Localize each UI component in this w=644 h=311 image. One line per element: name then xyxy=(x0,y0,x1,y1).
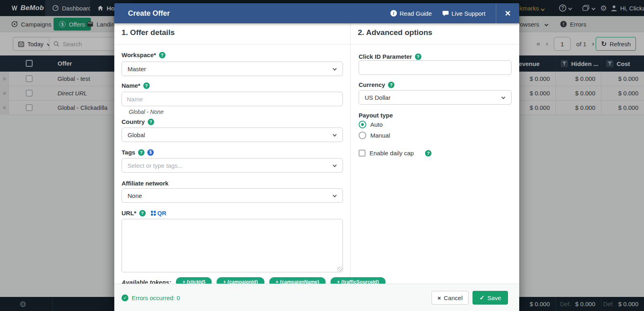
url-textarea[interactable] xyxy=(122,219,343,272)
affiliate-network-label: Affiliate network xyxy=(122,180,169,187)
modal-footer-buttons: × Cancel ✓ Save xyxy=(431,291,508,305)
url-label: URL* ? QR xyxy=(122,210,166,216)
country-label: Country ? xyxy=(122,118,154,125)
payout-auto-label: Auto xyxy=(370,121,383,128)
label-text: Payout type xyxy=(359,112,393,119)
help-tooltip-icon[interactable]: ? xyxy=(415,54,421,60)
help-tooltip-icon[interactable]: ? xyxy=(388,82,394,88)
label-text: Name* xyxy=(122,82,140,89)
daily-cap-label: Enable daily cap xyxy=(369,150,414,157)
save-button[interactable]: ✓ Save xyxy=(473,291,508,305)
label-text: Tags xyxy=(122,149,135,156)
help-tooltip-icon[interactable]: ? xyxy=(138,149,144,156)
app-page: BeMob Dashboard Home Bookmarks ? xyxy=(0,0,644,311)
read-guide-label: Read Guide xyxy=(400,10,432,17)
placeholder-value: Select or type tags... xyxy=(128,162,183,169)
affiliate-network-select[interactable]: None xyxy=(122,188,343,203)
chevron-down-icon xyxy=(502,95,506,99)
label-text: Workspace* xyxy=(122,51,156,58)
label-text: Country xyxy=(122,118,145,125)
cancel-label: Cancel xyxy=(444,295,463,301)
modal-footer: ✓ Errors occurred: 0 × Cancel ✓ Save xyxy=(114,284,519,311)
workspace-select[interactable]: Master xyxy=(122,62,343,76)
help-tooltip-icon[interactable]: ? xyxy=(159,52,165,58)
x-icon: × xyxy=(438,295,441,301)
live-support-link[interactable]: Live Support xyxy=(442,10,485,17)
chevron-down-icon xyxy=(333,133,337,137)
payout-auto-radio[interactable] xyxy=(359,121,366,128)
selected-value: None xyxy=(128,192,142,199)
offer-details-section: 1. Offer details Workspace* ? Master Nam… xyxy=(114,23,350,284)
check-icon: ✓ xyxy=(479,294,485,301)
advanced-options-section: 2. Advanced options Click ID Parameter ?… xyxy=(350,23,519,284)
currency-label: Currency ? xyxy=(359,81,394,88)
country-select[interactable]: Global xyxy=(122,128,343,142)
chevron-down-icon xyxy=(333,163,337,167)
payout-type-label: Payout type xyxy=(359,112,393,119)
create-offer-modal: Create Offer i Read Guide Live Support ×… xyxy=(114,3,519,311)
qr-code-button[interactable]: QR xyxy=(151,210,167,216)
name-label: Name* ? xyxy=(122,82,150,89)
name-helper-text: Global - None xyxy=(129,109,163,115)
help-tooltip-icon[interactable]: ? xyxy=(143,82,150,89)
tags-label: Tags ? $ xyxy=(122,149,154,156)
label-text: URL* xyxy=(122,210,136,216)
label-text: Currency xyxy=(359,81,385,88)
selected-value: Global xyxy=(128,132,145,138)
name-input[interactable] xyxy=(122,92,343,106)
chat-bubble-icon xyxy=(442,10,449,16)
modal-header: Create Offer i Read Guide Live Support × xyxy=(114,3,519,23)
paid-feature-icon[interactable]: $ xyxy=(147,149,154,156)
help-tooltip-icon[interactable]: ? xyxy=(425,150,431,157)
selected-value: Master xyxy=(128,66,146,72)
save-label: Save xyxy=(487,295,501,301)
help-tooltip-icon[interactable]: ? xyxy=(139,210,146,216)
modal-header-actions: i Read Guide Live Support × xyxy=(390,3,519,23)
live-support-label: Live Support xyxy=(452,10,485,17)
qr-label: QR xyxy=(157,210,167,216)
label-text: Click ID Parameter xyxy=(359,53,412,60)
chevron-down-icon xyxy=(333,194,337,198)
info-icon: i xyxy=(390,10,397,16)
help-tooltip-icon[interactable]: ? xyxy=(148,119,154,125)
qr-icon xyxy=(151,211,156,216)
payout-manual-radio[interactable] xyxy=(359,132,366,139)
tags-select[interactable]: Select or type tags... xyxy=(122,158,343,173)
selected-value: US Dollar xyxy=(365,94,390,101)
modal-title: Create Offer xyxy=(128,3,170,23)
label-text: Affiliate network xyxy=(122,180,169,187)
click-id-label: Click ID Parameter ? xyxy=(359,53,421,60)
errors-status: ✓ Errors occurred: 0 xyxy=(122,284,180,311)
resize-grip-icon[interactable] xyxy=(337,267,342,272)
read-guide-link[interactable]: i Read Guide xyxy=(390,10,432,17)
payout-manual-label: Manual xyxy=(370,132,390,139)
cancel-button[interactable]: × Cancel xyxy=(431,291,469,305)
check-circle-icon: ✓ xyxy=(122,295,128,301)
click-id-input[interactable] xyxy=(359,60,512,75)
close-icon[interactable]: × xyxy=(496,3,519,23)
workspace-label: Workspace* ? xyxy=(122,51,165,58)
section-title: 1. Offer details xyxy=(122,28,175,37)
chevron-down-icon xyxy=(333,67,337,71)
section-title: 2. Advanced options xyxy=(358,28,432,37)
currency-select[interactable]: US Dollar xyxy=(359,90,512,105)
section-divider xyxy=(351,44,519,45)
errors-label: Errors occurred: 0 xyxy=(132,295,180,301)
section-divider xyxy=(114,44,350,45)
daily-cap-checkbox[interactable] xyxy=(359,150,365,157)
